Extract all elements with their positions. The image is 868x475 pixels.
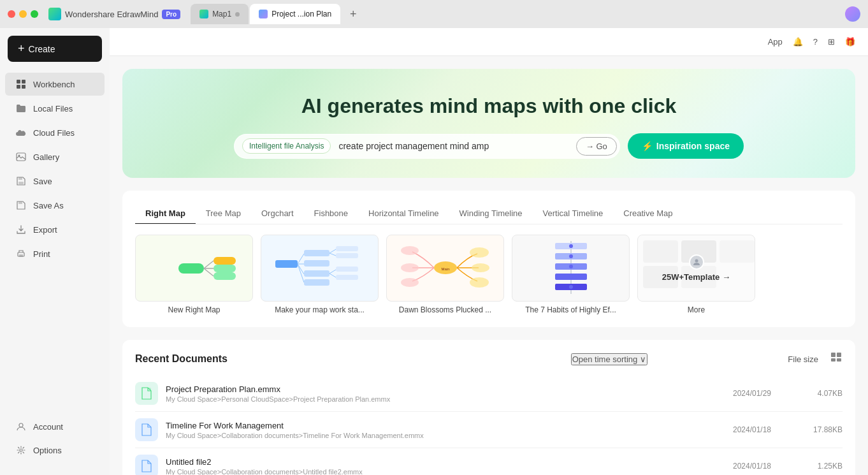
svg-point-51	[569, 254, 573, 258]
svg-rect-16	[213, 265, 236, 272]
gift-button[interactable]: 🎁	[845, 37, 855, 47]
tab-right-map[interactable]: Right Map	[135, 203, 196, 224]
app-button[interactable]: App	[768, 37, 783, 47]
sidebar: + Create Workbench Local Files	[0, 28, 110, 475]
view-toggle-button[interactable]	[831, 353, 843, 365]
svg-rect-35	[304, 279, 329, 286]
work-map-card[interactable]: Make your map work sta...	[261, 235, 379, 314]
inspiration-space-button[interactable]: ⚡ Inspiration space	[628, 133, 744, 159]
doc-row[interactable]: Project Preparation Plan.emmx My Cloud S…	[135, 376, 843, 412]
doc-date-3: 2024/01/18	[720, 462, 784, 471]
more-templates-card[interactable]: 25W+Template → More	[637, 235, 755, 314]
svg-point-54	[569, 285, 573, 289]
dawn-blossoms-card[interactable]: Main Dawn Blossoms Plucked ...	[386, 235, 504, 314]
sidebar-item-local-files[interactable]: Local Files	[5, 97, 105, 120]
svg-rect-27	[304, 260, 329, 267]
tab-map1[interactable]: Map1	[191, 4, 249, 24]
tab-icon-2	[259, 10, 268, 18]
options-icon	[15, 444, 27, 456]
dawn-blossoms-diagram: Main	[394, 238, 496, 298]
doc-info-3: Untitled file2 My Cloud Space>Collaborat…	[166, 457, 712, 476]
new-right-map-card[interactable]: New Right Map	[135, 235, 253, 314]
doc-row[interactable]: Untitled file2 My Cloud Space>Collaborat…	[135, 448, 843, 475]
tab-dot	[235, 12, 240, 17]
svg-point-52	[569, 265, 573, 268]
help-button[interactable]: ?	[813, 37, 818, 47]
svg-rect-23	[336, 246, 358, 251]
maximize-button[interactable]	[31, 10, 38, 18]
image-icon	[15, 151, 27, 163]
ai-prompt-input[interactable]	[336, 137, 575, 155]
banner-input-container: Intelligent file Analysis → Go	[234, 134, 620, 159]
work-map-label: Make your map work sta...	[261, 305, 379, 314]
inspiration-label: Inspiration space	[656, 141, 730, 151]
tab-vertical-timeline[interactable]: Vertical Timeline	[533, 203, 614, 224]
svg-point-55	[695, 259, 698, 263]
workbench-label: Workbench	[33, 80, 75, 89]
sidebar-item-options[interactable]: Options	[5, 439, 105, 462]
svg-rect-58	[831, 358, 835, 362]
svg-point-37	[470, 247, 489, 258]
content-area: AI generates mind maps with one click In…	[110, 56, 868, 475]
save-icon	[15, 175, 27, 187]
doc-icon-2	[135, 418, 158, 441]
svg-point-40	[401, 246, 419, 255]
export-icon	[15, 224, 27, 235]
cloud-icon	[15, 127, 27, 138]
tab-horizontal-timeline[interactable]: Horizontal Timeline	[358, 203, 449, 224]
banner-input-row: Intelligent file Analysis → Go ⚡ Inspira…	[234, 133, 744, 159]
tab-winding-timeline[interactable]: Winding Timeline	[449, 203, 533, 224]
sort-button[interactable]: Open time sorting ∨	[571, 353, 648, 365]
doc-size-2: 17.88KB	[792, 425, 843, 434]
7-habits-label: The 7 Habits of Highly Ef...	[512, 305, 630, 314]
close-button[interactable]	[8, 10, 15, 18]
svg-rect-2	[17, 85, 20, 89]
doc-path-1: My Cloud Space>Personal CloudSpace>Proje…	[166, 395, 712, 403]
tab-project-plan[interactable]: Project ...ion Plan	[250, 4, 340, 24]
print-icon	[15, 248, 27, 259]
tab-tree-map[interactable]: Tree Map	[196, 203, 251, 224]
folder-icon	[15, 103, 27, 114]
sidebar-item-save[interactable]: Save	[5, 170, 105, 193]
sidebar-item-account[interactable]: Account	[5, 415, 105, 438]
sidebar-item-export[interactable]: Export	[5, 218, 105, 241]
sidebar-item-print[interactable]: Print	[5, 242, 105, 265]
dawn-blossoms-label: Dawn Blossoms Plucked ...	[386, 305, 504, 314]
7-habits-card[interactable]: The 7 Habits of Highly Ef...	[512, 235, 630, 314]
svg-rect-14	[213, 257, 236, 265]
intelligent-analysis-tag[interactable]: Intelligent file Analysis	[242, 138, 331, 154]
doc-row[interactable]: Timeline For Work Management My Cloud Sp…	[135, 412, 843, 448]
go-button[interactable]: → Go	[576, 137, 617, 156]
svg-line-30	[329, 270, 336, 274]
traffic-lights	[8, 10, 38, 18]
svg-line-32	[329, 274, 336, 277]
svg-point-10	[19, 423, 23, 427]
tab-orgchart[interactable]: Orgchart	[251, 203, 304, 224]
add-tab-button[interactable]: +	[344, 5, 362, 23]
doc-size-1: 4.07KB	[792, 389, 843, 398]
create-button[interactable]: + Create	[8, 36, 102, 62]
bell-button[interactable]: 🔔	[793, 37, 803, 47]
svg-rect-59	[837, 358, 841, 362]
doc-name-3: Untitled file2	[166, 457, 712, 467]
sidebar-item-workbench[interactable]: Workbench	[5, 73, 105, 96]
svg-rect-25	[336, 253, 358, 258]
app-layout: + Create Workbench Local Files	[0, 28, 868, 475]
sidebar-item-save-as[interactable]: Save As	[5, 194, 105, 217]
doc-info-1: Project Preparation Plan.emmx My Cloud S…	[166, 384, 712, 403]
sidebar-item-gallery[interactable]: Gallery	[5, 145, 105, 168]
create-label: Create	[29, 44, 55, 54]
tab-fishbone[interactable]: Fishbone	[304, 203, 358, 224]
tab-creative-map[interactable]: Creative Map	[613, 203, 683, 224]
save-label: Save	[33, 177, 52, 186]
browser-tabs: Map1 Project ...ion Plan +	[191, 4, 362, 24]
user-avatar[interactable]	[845, 6, 860, 22]
svg-rect-19	[275, 260, 298, 268]
sort-label: Open time sorting	[572, 354, 638, 364]
doc-icon-1	[135, 382, 158, 405]
options-label: Options	[33, 446, 62, 455]
minimize-button[interactable]	[19, 10, 27, 18]
sidebar-item-cloud-files[interactable]: Cloud Files	[5, 121, 105, 144]
grid-view-button[interactable]: ⊞	[828, 37, 835, 47]
svg-rect-57	[837, 353, 841, 357]
